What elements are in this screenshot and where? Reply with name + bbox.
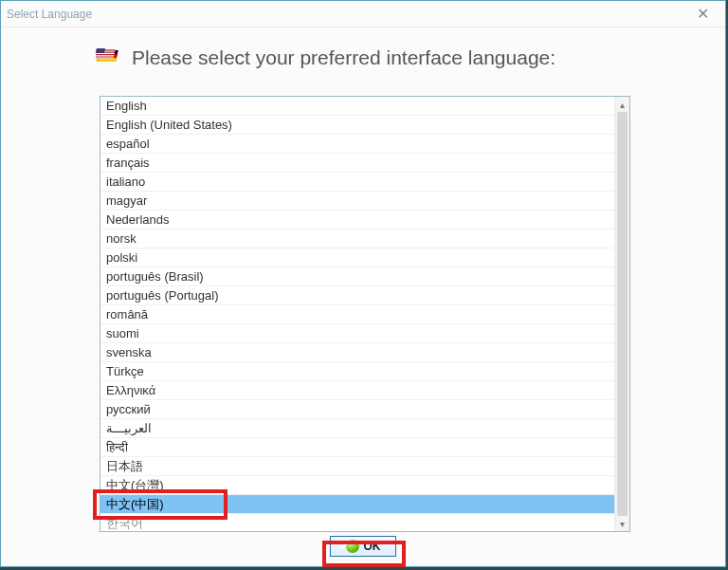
language-option[interactable]: 中文(台灣) xyxy=(100,476,615,495)
scroll-down-arrow-icon[interactable]: ▾ xyxy=(615,516,629,531)
ok-button[interactable]: OK xyxy=(330,536,396,557)
header-text: Please select your preferred interface l… xyxy=(132,46,555,69)
flags-icon xyxy=(96,48,122,67)
language-option[interactable]: Türkçe xyxy=(100,362,615,381)
window-title: Select Language xyxy=(7,8,92,21)
language-option[interactable]: suomi xyxy=(100,324,615,343)
button-row: OK xyxy=(1,536,725,557)
language-option[interactable]: português (Brasil) xyxy=(100,267,615,286)
scroll-up-arrow-icon[interactable]: ▴ xyxy=(615,97,629,112)
scrollbar[interactable]: ▴ ▾ xyxy=(614,97,629,531)
language-option[interactable]: 中文(中国) xyxy=(100,495,615,514)
language-option[interactable]: Ελληνικά xyxy=(100,381,615,400)
language-option[interactable]: norsk xyxy=(100,230,615,248)
language-option[interactable]: русский xyxy=(100,400,615,419)
language-option[interactable]: svenska xyxy=(100,343,615,362)
close-button[interactable]: ✕ xyxy=(685,2,719,27)
language-option[interactable]: English (United States) xyxy=(100,116,615,135)
language-option[interactable]: français xyxy=(100,154,615,173)
dialog-window: Select Language ✕ xyxy=(0,0,726,567)
header: Please select your preferred interface l… xyxy=(96,46,725,69)
language-option[interactable]: العربيـــة xyxy=(100,419,615,438)
language-listbox[interactable]: EnglishEnglish (United States)españolfra… xyxy=(100,96,630,532)
svg-rect-10 xyxy=(96,48,105,53)
language-option[interactable]: Nederlands xyxy=(100,211,615,230)
titlebar: Select Language ✕ xyxy=(1,1,725,28)
language-option[interactable]: 한국어 xyxy=(100,514,615,531)
ok-button-label: OK xyxy=(364,540,381,553)
language-option[interactable]: italiano xyxy=(100,173,615,192)
check-icon xyxy=(338,540,348,549)
language-option[interactable]: română xyxy=(100,305,615,324)
language-option[interactable]: español xyxy=(100,135,615,154)
scroll-thumb[interactable] xyxy=(617,112,628,516)
svg-rect-8 xyxy=(96,55,114,56)
svg-rect-9 xyxy=(96,58,114,59)
scroll-track[interactable] xyxy=(617,112,628,516)
language-option[interactable]: magyar xyxy=(100,192,615,211)
language-option[interactable]: 日本語 xyxy=(100,457,615,476)
language-option[interactable]: English xyxy=(100,97,615,116)
language-option[interactable]: português (Portugal) xyxy=(100,286,615,305)
language-option[interactable]: हिन्दी xyxy=(100,438,615,457)
language-option[interactable]: polski xyxy=(100,248,615,267)
